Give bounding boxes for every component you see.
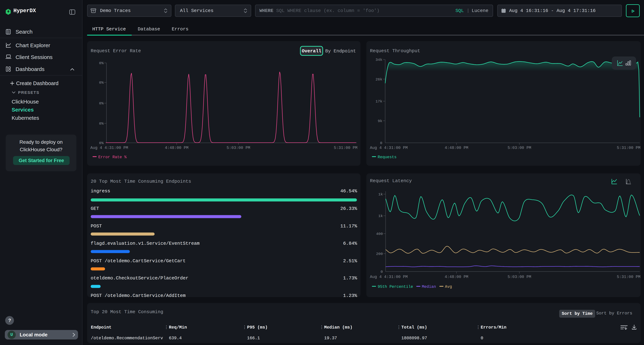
svg-text:Avg: Avg [445, 285, 452, 289]
svg-text:5:31:00 PM: 5:31:00 PM [334, 146, 358, 150]
svg-text:4:48:00 PM: 4:48:00 PM [165, 146, 188, 150]
svg-text:POST /oteldemo.CartService/Add: POST /oteldemo.CartService/AddItem [91, 293, 186, 297]
svg-text:1k: 1k [378, 192, 383, 196]
svg-text:5:03:00 PM: 5:03:00 PM [227, 146, 250, 150]
svg-text:/oteldemo.RecommendationServ: /oteldemo.RecommendationServ [91, 336, 163, 341]
svg-text:0: 0 [481, 336, 483, 341]
svg-text:flagd.evaluation.v1.Service/Ev: flagd.evaluation.v1.Service/EventStream [91, 241, 200, 246]
svg-text:46.54%: 46.54% [340, 188, 357, 194]
svg-text:34k: 34k [376, 58, 382, 62]
svg-text:95th Percentile: 95th Percentile [378, 285, 413, 289]
svg-text:0%: 0% [99, 81, 104, 85]
svg-text:26.33%: 26.33% [340, 206, 357, 211]
svg-text:Total (ms): Total (ms) [402, 325, 427, 330]
svg-text:⋮: ⋮ [242, 325, 247, 330]
svg-text:Aug 4 4:31:00 PM: Aug 4 4:31:00 PM [90, 146, 128, 150]
svg-text:POST /oteldemo.CartService/Get: POST /oteldemo.CartService/GetCart [91, 258, 186, 264]
svg-text:19.37: 19.37 [324, 336, 337, 341]
svg-text:5:31:00 PM: 5:31:00 PM [617, 275, 640, 279]
svg-text:9k: 9k [378, 119, 382, 123]
svg-text:⋮: ⋮ [320, 325, 324, 330]
svg-text:0: 0 [380, 141, 382, 145]
svg-text:5:31:00 PM: 5:31:00 PM [617, 146, 640, 150]
svg-text:0%: 0% [99, 101, 104, 105]
svg-text:0%: 0% [99, 61, 104, 65]
svg-text:0%: 0% [99, 122, 104, 126]
svg-text:639.4: 639.4 [169, 336, 182, 341]
svg-text:Aug 4 4:31:00 PM: Aug 4 4:31:00 PM [370, 146, 408, 150]
svg-text:oteldemo.CheckoutService/Place: oteldemo.CheckoutService/PlaceOrder [91, 276, 188, 281]
svg-text:11.17%: 11.17% [340, 223, 357, 229]
svg-text:1.73%: 1.73% [343, 276, 357, 281]
svg-text:GET: GET [91, 206, 99, 211]
svg-text:5:03:00 PM: 5:03:00 PM [508, 146, 531, 150]
svg-text:Error Rate %: Error Rate % [98, 155, 127, 159]
svg-text:⋮: ⋮ [397, 325, 401, 330]
svg-text:17k: 17k [376, 99, 382, 103]
svg-text:Req/Min: Req/Min [169, 325, 187, 330]
svg-text:4:48:00 PM: 4:48:00 PM [444, 275, 468, 279]
svg-text:Aug 4 4:31:00 PM: Aug 4 4:31:00 PM [370, 275, 408, 279]
svg-text:⋮: ⋮ [476, 325, 480, 330]
svg-text:0: 0 [380, 270, 383, 274]
svg-text:Median: Median [422, 285, 436, 289]
svg-text:6.84%: 6.84% [343, 241, 357, 246]
svg-text:400: 400 [376, 232, 383, 236]
svg-text:ingress: ingress [91, 188, 110, 194]
svg-text:0%: 0% [99, 141, 104, 145]
svg-text:166.1: 166.1 [247, 336, 260, 341]
svg-text:1808098.97: 1808098.97 [402, 336, 427, 341]
svg-text:5:03:00 PM: 5:03:00 PM [508, 275, 531, 279]
svg-text:1.23%: 1.23% [343, 293, 357, 297]
svg-text:P95 (ms): P95 (ms) [247, 325, 268, 330]
svg-text:Errors/Min: Errors/Min [481, 325, 506, 330]
svg-text:Endpoint: Endpoint [91, 325, 112, 330]
svg-text:26k: 26k [376, 77, 382, 81]
svg-text:Median (ms): Median (ms) [324, 325, 352, 330]
svg-text:POST: POST [91, 223, 102, 229]
svg-text:2.51%: 2.51% [343, 258, 357, 264]
svg-text:1k: 1k [378, 214, 383, 218]
svg-text:Requests: Requests [378, 155, 396, 159]
svg-text:200: 200 [376, 252, 383, 256]
svg-text:⋮: ⋮ [164, 325, 168, 330]
svg-text:4:48:00 PM: 4:48:00 PM [444, 146, 468, 150]
